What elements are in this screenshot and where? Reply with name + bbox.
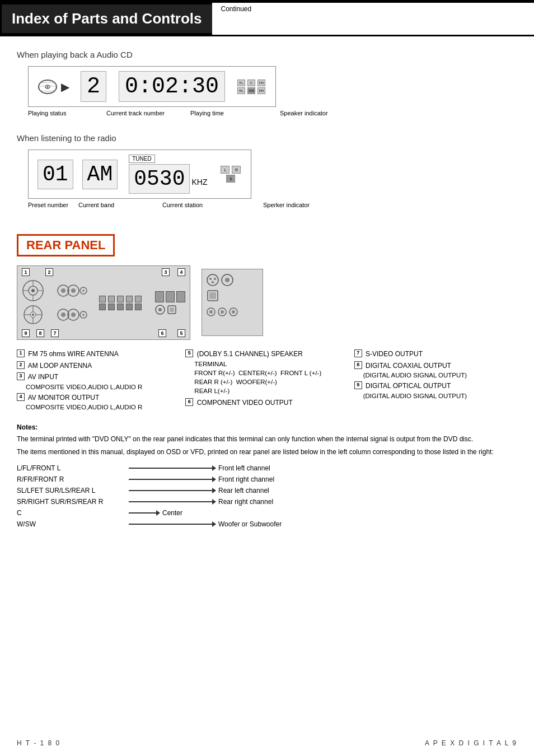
svg-point-44	[221, 310, 224, 314]
panel-num-8: 8	[36, 329, 44, 337]
mapping-table: L/FL/FRONT L Front left channel R/FR/FRO…	[17, 463, 517, 529]
radio-title: When listening to the radio	[17, 133, 517, 143]
svg-point-38	[225, 278, 229, 282]
index-item-9-sub: (DIGITAL AUDIO SIGNAL OUTPUT)	[354, 391, 517, 400]
optical-out-icon	[207, 290, 219, 302]
panel-num-6: 6	[158, 329, 166, 337]
footer-left: H T - 1 8 0	[17, 739, 60, 747]
panel-top-nums: 1 2 3 4	[17, 266, 190, 276]
svg-point-33	[207, 274, 218, 286]
mapping-row-sr: SR/RIGHT SUR/RS/REAR R Rear right channe…	[17, 497, 517, 507]
panel-num-4: 4	[177, 268, 185, 276]
time-display: 0:02:30	[119, 71, 225, 102]
comp-out-3	[229, 307, 238, 316]
svg-point-34	[209, 278, 212, 280]
playing-status-label: Playing status	[28, 110, 66, 116]
band-display: AM	[82, 160, 118, 189]
svg-point-18	[61, 288, 65, 293]
index-item-8-sub: (DIGITAL AUDIO SIGNAL OUTPUT)	[354, 371, 517, 380]
notes-title: Notes:	[17, 422, 517, 433]
spk-1: FL	[237, 80, 245, 86]
mapping-row-wsw: W/SW Woofer or Subwoofer	[17, 519, 517, 529]
footer: H T - 1 8 0 A P E X D I G I T A L 9	[0, 739, 534, 747]
station-area: TUNED 0530 KHZ	[129, 155, 207, 194]
mapping-row-rfr: R/FR/FRONT R Front right channel	[17, 474, 517, 484]
tuned-label: TUNED	[129, 155, 154, 163]
comp-out-2	[218, 307, 227, 316]
audio-cd-diagram: ▶ 2 0:02:30 FL C FR RL SW RR	[28, 66, 517, 116]
speaker-terminals	[99, 296, 143, 310]
playing-time-label: Playing time	[190, 110, 224, 116]
track-number-display: 2	[81, 71, 106, 102]
panel-num-3: 3	[162, 268, 170, 276]
index-item-5-sub2: FRONT R(+/-) CENTER(+/-) FRONT L (+/-)	[185, 368, 348, 377]
audio-cd-display: ▶ 2 0:02:30 FL C FR RL SW RR	[28, 66, 276, 107]
svideo-icon	[207, 274, 219, 286]
panel-num-5: 5	[177, 329, 185, 337]
continued-label: Continued	[212, 3, 261, 35]
svg-point-42	[209, 310, 213, 314]
index-item-9: 9 DIGITAL OPTICAL OUTPUT	[354, 381, 517, 391]
radio-speaker-label: Sperker indicator	[263, 202, 310, 208]
spk-2: C	[247, 80, 255, 86]
band-label: Current band	[78, 202, 114, 208]
rear-panel-image: 1 2 3 4	[17, 265, 190, 340]
svg-point-22	[82, 290, 85, 292]
svg-point-30	[158, 308, 162, 311]
preset-label: Preset number	[28, 202, 68, 208]
svg-point-46	[232, 310, 235, 314]
page-title: Index of Parts and Controls	[0, 3, 212, 35]
index-item-5-sub3: REAR R (+/-) WOOFER(+/-)	[185, 377, 348, 386]
note-2: The items mentioned in this manual, disp…	[17, 447, 517, 458]
index-item-3-sub: COMPOSITE VIDEO,AUDIO L,AUDIO R	[17, 382, 180, 391]
svg-point-12	[32, 314, 34, 316]
index-item-1: 1 FM 75 ohms WIRE ANTENNA	[17, 349, 180, 360]
radio-spk-s: S	[226, 175, 235, 183]
mapping-row-lfl: L/FL/FRONT L Front left channel	[17, 463, 517, 473]
radio-display: 01 AM TUNED 0530 KHZ L R	[28, 150, 251, 199]
speaker-indicator-label: Speaker indicator	[280, 110, 328, 116]
panel-bottom-nums: 9 8 7 6 5	[17, 329, 190, 339]
rear-panel-title: REAR PANEL	[17, 234, 115, 256]
svg-point-5	[31, 289, 35, 292]
spk-6: RR	[257, 87, 265, 94]
optical-output-icon	[167, 305, 177, 315]
svg-point-2	[47, 86, 49, 87]
mapping-row-c: C Center	[17, 508, 517, 518]
index-item-5-sub1: TERMINAL	[185, 360, 348, 368]
index-item-4-sub: COMPOSITE VIDEO,AUDIO L,AUDIO R	[17, 403, 180, 412]
index-item-2: 2 AM LOOP ANTENNA	[17, 361, 180, 371]
khz-label: KHZ	[191, 178, 207, 186]
speaker-indicator: FL C FR RL SW RR	[237, 80, 266, 94]
panel-num-2: 2	[45, 268, 53, 276]
notes-section: Notes: The terminal printed with "DVD ON…	[17, 422, 517, 530]
spk-4: RL	[237, 87, 245, 94]
panel-connectors-area	[17, 276, 190, 329]
svg-point-28	[82, 314, 85, 316]
svg-point-26	[71, 312, 76, 317]
svg-point-20	[71, 288, 76, 293]
rear-panel-section: REAR PANEL 1 2 3 4	[17, 224, 517, 340]
track-number-label: Current track number	[106, 110, 165, 116]
index-item-7: 7 S-VIDEO OUTPUT	[354, 349, 517, 360]
preset-display: 01	[38, 160, 73, 189]
svg-point-35	[214, 278, 216, 280]
av-monitor-connector	[57, 304, 87, 326]
av-input-connector	[57, 279, 87, 302]
antenna-connector	[22, 279, 44, 302]
svg-point-36	[212, 281, 214, 283]
playing-status-icons: ▶	[38, 78, 69, 96]
right-panel-block	[202, 269, 263, 336]
coaxial-output-icon	[155, 305, 165, 315]
play-arrow-icon: ▶	[61, 80, 69, 94]
panel-num-9: 9	[22, 329, 30, 337]
index-col-3: 7 S-VIDEO OUTPUT 8 DIGITAL COAXIAL OUTPU…	[354, 349, 517, 412]
header: Index of Parts and Controls Continued	[0, 3, 534, 36]
index-item-8: 8 DIGITAL COAXIAL OUTPUT	[354, 361, 517, 371]
right-outputs	[155, 291, 185, 315]
index-col-1: 1 FM 75 ohms WIRE ANTENNA 2 AM LOOP ANTE…	[17, 349, 180, 412]
index-col-2: 5 (DOLBY 5.1 CHANNEL) SPEAKER TERMINAL F…	[185, 349, 348, 412]
svg-rect-40	[209, 292, 216, 299]
mapping-row-sl: SL/LFET SUR/LS/REAR L Rear left channel	[17, 486, 517, 496]
radio-diagram: 01 AM TUNED 0530 KHZ L R	[28, 150, 517, 213]
